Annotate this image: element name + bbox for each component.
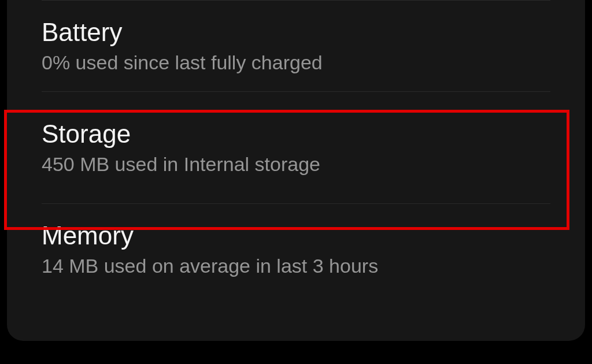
storage-item[interactable]: Storage 450 MB used in Internal storage — [7, 92, 585, 203]
memory-item[interactable]: Memory 14 MB used on average in last 3 h… — [7, 204, 585, 295]
memory-subtitle: 14 MB used on average in last 3 hours — [42, 255, 550, 277]
settings-panel: Battery 0% used since last fully charged… — [7, 0, 585, 341]
memory-title: Memory — [42, 221, 550, 250]
storage-subtitle: 450 MB used in Internal storage — [42, 153, 550, 176]
storage-title: Storage — [42, 120, 550, 148]
battery-title: Battery — [42, 18, 550, 47]
battery-subtitle: 0% used since last fully charged — [42, 51, 550, 74]
battery-item[interactable]: Battery 0% used since last fully charged — [7, 1, 585, 91]
